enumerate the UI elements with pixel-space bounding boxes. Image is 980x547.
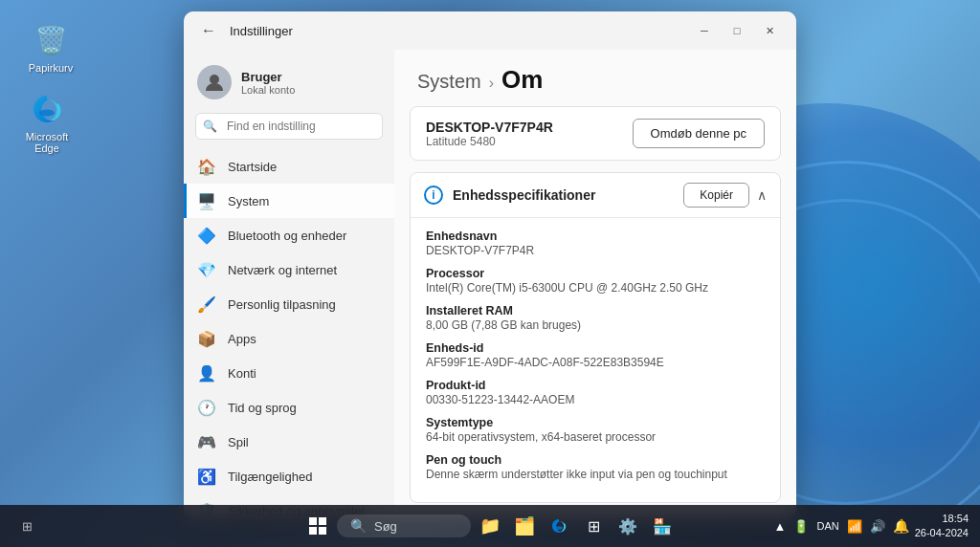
sidebar-item-tid[interactable]: 🕐 Tid og sprog [184, 390, 394, 425]
home-icon: 🏠 [197, 157, 216, 176]
svg-point-0 [39, 110, 55, 117]
edge-label: Microsoft Edge [17, 131, 77, 154]
clock[interactable]: 18:54 26-04-2024 [915, 512, 969, 541]
spec-label: Systemtype [426, 416, 765, 429]
breadcrumb-system: System [417, 71, 481, 93]
avatar [197, 65, 232, 99]
collapse-icon[interactable]: ∧ [757, 187, 767, 203]
taskbar-search-icon[interactable]: ⊞ [11, 511, 42, 541]
sidebar-item-startside[interactable]: 🏠 Startside [184, 149, 394, 184]
apps-icon: 📦 [197, 329, 216, 348]
device-model: Latitude 5480 [426, 135, 553, 148]
tray-locale[interactable]: DAN [814, 518, 840, 534]
tray-battery[interactable]: 🔋 [791, 517, 811, 536]
spec-row: EnhedsnavnDESKTOP-V7F7P4R [426, 230, 765, 257]
svg-point-6 [555, 526, 563, 530]
title-bar: ← Indstillinger ─ □ ✕ [184, 11, 796, 50]
settings-body: Bruger Lokal konto 🏠 Startside 🖥️ System [184, 50, 796, 518]
device-name-bar: DESKTOP-V7F7P4R Latitude 5480 Omdøb denn… [410, 106, 781, 161]
svg-rect-2 [309, 517, 317, 525]
device-name: DESKTOP-V7F7P4R [426, 120, 553, 135]
sidebar-item-personlig[interactable]: 🖌️ Personlig tilpasning [184, 287, 394, 321]
spec-row: Pen og touchDenne skærm understøtter ikk… [426, 453, 765, 481]
clock-time: 18:54 [942, 512, 969, 526]
sidebar-item-tilgaengelighed[interactable]: ♿ Tilgængelighed [184, 459, 394, 493]
breadcrumb-arrow: › [489, 75, 494, 92]
spec-label: Pen og touch [426, 453, 765, 467]
taskbar-store-icon[interactable]: 🏪 [647, 511, 678, 541]
user-sub: Lokal konto [241, 84, 295, 96]
maximize-button[interactable]: □ [722, 17, 752, 44]
sidebar-item-apps[interactable]: 📦 Apps [184, 321, 394, 356]
sidebar-item-netvaerk[interactable]: 💎 Netværk og internet [184, 252, 394, 287]
taskbar-settings-icon[interactable]: ⚙️ [612, 511, 643, 541]
breadcrumb: System › Om [394, 50, 796, 106]
copy-button[interactable]: Kopiér [683, 183, 749, 208]
start-button[interactable] [302, 511, 333, 541]
taskbar-windows-icon[interactable]: ⊞ [578, 511, 609, 541]
papirkurv-icon: 🗑️ [32, 21, 70, 59]
tray-notification[interactable]: 🔔 [891, 516, 911, 536]
specs-header-left: i Enhedsspecifikationer [424, 186, 595, 205]
taskbar-edge-icon[interactable] [544, 511, 574, 541]
taskbar-left: ⊞ [11, 511, 42, 541]
tray-volume[interactable]: 🔊 [868, 517, 887, 536]
personlig-icon: 🖌️ [197, 295, 216, 314]
tray-wifi[interactable]: 📶 [845, 517, 864, 536]
user-section[interactable]: Bruger Lokal konto [184, 57, 394, 113]
rename-button[interactable]: Omdøb denne pc [633, 119, 765, 148]
taskbar-folder-icon[interactable]: 🗂️ [509, 511, 540, 541]
sidebar-item-system[interactable]: 🖥️ System [184, 184, 394, 218]
taskbar-right: ▲ 🔋 DAN 📶 🔊 🔔 18:54 26-04-2024 [772, 512, 969, 541]
window-title: Indstillinger [230, 24, 681, 38]
clock-date: 26-04-2024 [915, 526, 969, 540]
spec-row: ProcessorIntel(R) Core(TM) i5-6300U CPU … [426, 267, 765, 295]
specs-header-right: Kopiér ∧ [683, 183, 767, 208]
spec-label: Processor [426, 267, 765, 280]
taskbar-search-icon-inner: 🔍 [350, 518, 367, 534]
svg-point-1 [210, 75, 219, 84]
taskbar-explorer-icon[interactable]: 📁 [475, 511, 505, 541]
spec-value: 8,00 GB (7,88 GB kan bruges) [426, 318, 765, 332]
taskbar-search-text: Søg [374, 519, 397, 534]
spec-label: Installeret RAM [426, 304, 765, 317]
spec-label: Produkt-id [426, 379, 765, 392]
breadcrumb-om: Om [501, 65, 543, 95]
specs-section: i Enhedsspecifikationer Kopiér ∧ Enhedsn… [410, 172, 781, 503]
spec-row: Enheds-idAF599F1E-A9DF-4ADC-A08F-522E83B… [426, 341, 765, 369]
tray-arrow[interactable]: ▲ [772, 517, 789, 536]
user-name: Bruger [241, 70, 295, 84]
user-info: Bruger Lokal konto [241, 70, 295, 96]
taskbar-center: 🔍 Søg 📁 🗂️ ⊞ ⚙️ 🏪 [302, 511, 678, 541]
svg-rect-4 [309, 527, 317, 535]
spec-row: Systemtype64-bit operativsystem, x64-bas… [426, 416, 765, 444]
sidebar-item-konti[interactable]: 👤 Konti [184, 356, 394, 390]
desktop-icon-papirkurv[interactable]: 🗑️ Papirkurv [17, 17, 84, 77]
minimize-button[interactable]: ─ [689, 17, 720, 44]
spec-value: 64-bit operativsystem, x64-baseret proce… [426, 430, 765, 444]
edge-icon [28, 90, 66, 128]
spec-label: Enhedsnavn [426, 230, 765, 243]
spec-row: Produkt-id00330-51223-13442-AAOEM [426, 379, 765, 406]
system-icon: 🖥️ [197, 191, 216, 210]
specs-title: Enhedsspecifikationer [453, 187, 595, 203]
settings-search-input[interactable] [195, 113, 383, 140]
bluetooth-icon: 🔷 [197, 226, 216, 245]
spec-value: Intel(R) Core(TM) i5-6300U CPU @ 2.40GHz… [426, 281, 765, 295]
info-icon: i [424, 186, 443, 205]
sidebar-item-spil[interactable]: 🎮 Spil [184, 425, 394, 459]
spec-value: DESKTOP-V7F7P4R [426, 244, 765, 257]
spec-label: Enheds-id [426, 341, 765, 355]
specs-header: i Enhedsspecifikationer Kopiér ∧ [411, 173, 780, 218]
desktop-icon-edge[interactable]: Microsoft Edge [13, 86, 80, 158]
back-button[interactable]: ← [195, 17, 222, 44]
taskbar-search-bar[interactable]: 🔍 Søg [337, 514, 471, 537]
konti-icon: 👤 [197, 363, 216, 383]
spec-value: Denne skærm understøtter ikke input via … [426, 468, 765, 481]
tilgaengelighed-icon: ♿ [197, 467, 216, 486]
papirkurv-label: Papirkurv [29, 62, 73, 74]
sidebar-item-bluetooth[interactable]: 🔷 Bluetooth og enheder [184, 218, 394, 252]
close-button[interactable]: ✕ [754, 17, 785, 44]
svg-rect-3 [319, 517, 326, 525]
taskbar: ⊞ 🔍 Søg 📁 🗂️ ⊞ ⚙️ 🏪 [0, 505, 980, 547]
